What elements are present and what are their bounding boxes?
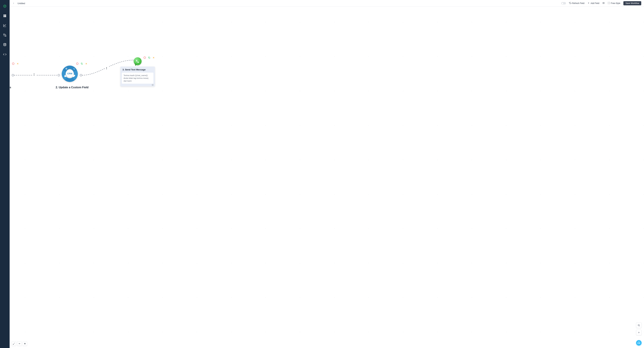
svg-rect-21 bbox=[82, 63, 82, 64]
svg-rect-3 bbox=[4, 15, 5, 16]
plus-icon bbox=[588, 2, 590, 5]
node3-info-icon[interactable] bbox=[143, 56, 146, 59]
connector-out-node2[interactable] bbox=[80, 74, 82, 76]
connector-in-node2[interactable] bbox=[58, 74, 60, 76]
crm-icon: CRM bbox=[61, 65, 78, 82]
toggle-switch[interactable] bbox=[561, 2, 566, 5]
node3-actions bbox=[143, 56, 155, 59]
headset-icon bbox=[637, 341, 640, 344]
zoom-in-button[interactable]: + bbox=[23, 341, 27, 346]
expand-icon bbox=[608, 2, 610, 5]
svg-point-11 bbox=[604, 2, 604, 3]
svg-rect-4 bbox=[5, 15, 6, 16]
node2-crm[interactable]: CRM bbox=[61, 65, 78, 82]
add-field-button[interactable]: Add Field bbox=[588, 2, 599, 5]
back-button[interactable] bbox=[12, 2, 15, 5]
sidebar bbox=[0, 0, 10, 348]
svg-point-7 bbox=[4, 34, 4, 35]
node3-message-card[interactable]: 3. Send Text Message Terima kasih {{chat… bbox=[120, 67, 155, 86]
zoom-fit-button[interactable] bbox=[12, 341, 16, 346]
connector-cut-2[interactable] bbox=[105, 66, 109, 70]
svg-point-0 bbox=[4, 5, 6, 8]
node1-actions bbox=[12, 62, 19, 65]
freestyle-label: Free-Style bbox=[611, 2, 620, 5]
svg-rect-31 bbox=[149, 57, 150, 58]
page-title: Untitled bbox=[18, 2, 25, 5]
connector-out-node3[interactable] bbox=[152, 84, 154, 86]
layout-button[interactable] bbox=[602, 2, 605, 5]
svg-rect-6 bbox=[5, 16, 6, 17]
node2-label: 2. Update a Custom Field bbox=[56, 86, 88, 89]
sidebar-flows[interactable] bbox=[1, 32, 8, 39]
message-line-2: Anda tidak lagi terima mesej dari kami bbox=[124, 77, 152, 82]
svg-point-10 bbox=[603, 2, 603, 3]
node2-copy-icon[interactable] bbox=[80, 62, 83, 65]
save-workflow-button[interactable]: Save Workflow bbox=[624, 1, 641, 5]
node3-card-footer bbox=[120, 85, 155, 86]
add-field-label: Add Field bbox=[590, 2, 599, 5]
node3-title: 3. Send Text Message bbox=[120, 67, 155, 73]
add-node-button[interactable] bbox=[636, 330, 642, 335]
node3-message-body: Terima kasih {{chat_name}} Anda tidak la… bbox=[122, 73, 154, 84]
svg-point-12 bbox=[603, 4, 603, 4]
crm-text: CRM bbox=[67, 72, 72, 75]
refresh-icon bbox=[569, 2, 571, 5]
floating-actions bbox=[636, 322, 642, 335]
zoom-search-button[interactable] bbox=[636, 322, 642, 328]
svg-rect-27 bbox=[73, 75, 75, 76]
refresh-field-button[interactable]: Refresh Field bbox=[569, 2, 584, 5]
svg-rect-5 bbox=[4, 16, 5, 17]
zoom-controls: − + bbox=[12, 341, 27, 346]
support-button[interactable] bbox=[636, 340, 642, 345]
node3-close-icon[interactable] bbox=[152, 56, 155, 59]
node3-whatsapp[interactable] bbox=[134, 57, 142, 65]
svg-point-9 bbox=[4, 43, 6, 44]
sidebar-analytics[interactable] bbox=[1, 22, 8, 29]
header: Untitled Refresh Field Add Field Free-St… bbox=[10, 0, 644, 7]
svg-point-13 bbox=[604, 4, 604, 4]
layout-icon bbox=[602, 2, 605, 5]
node1-info-icon[interactable] bbox=[12, 62, 15, 65]
svg-line-33 bbox=[639, 326, 640, 326]
node2-close-icon[interactable] bbox=[85, 62, 88, 65]
sidebar-code[interactable] bbox=[1, 51, 8, 58]
node1-label-partial: s bbox=[10, 86, 11, 89]
workflow-canvas[interactable]: s CRM bbox=[10, 7, 644, 348]
freestyle-button[interactable]: Free-Style bbox=[608, 2, 620, 5]
sidebar-database[interactable] bbox=[1, 41, 8, 48]
node3-copy-icon[interactable] bbox=[148, 56, 151, 59]
sidebar-dashboard[interactable] bbox=[1, 12, 8, 19]
connector-cut-1[interactable] bbox=[33, 73, 36, 76]
zoom-out-button[interactable]: − bbox=[17, 341, 22, 346]
sidebar-logo[interactable] bbox=[1, 3, 8, 10]
connector-out-node1[interactable] bbox=[12, 74, 14, 76]
whatsapp-icon bbox=[134, 57, 142, 65]
node1-close-icon[interactable] bbox=[16, 62, 19, 65]
refresh-label: Refresh Field bbox=[572, 2, 584, 5]
svg-point-8 bbox=[5, 36, 6, 37]
message-line-1: Terima kasih {{chat_name}} bbox=[124, 74, 152, 77]
